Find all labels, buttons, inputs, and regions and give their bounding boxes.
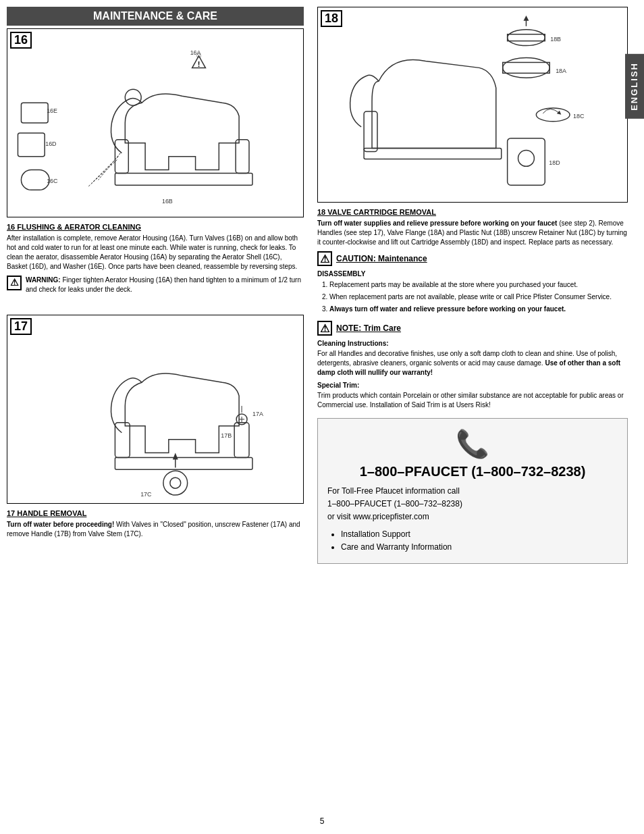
svg-point-28	[170, 477, 181, 488]
svg-text:18B: 18B	[550, 36, 561, 43]
svg-text:17C: 17C	[140, 491, 152, 498]
svg-rect-20	[115, 457, 252, 469]
left-column: MAINTENANCE & CARE 16	[7, 7, 304, 543]
section-16-title: 16 FLUSHING & AERATOR CLEANING	[7, 223, 304, 231]
figure-17-diagram: 17A 17B 17C	[7, 315, 303, 503]
phone-number: 1–800–PFAUCET (1–800–732–8238)	[327, 464, 618, 479]
note-block: ⚠ NOTE: Trim Care	[317, 321, 628, 336]
figure-16-diagram: ! 16A 16E 16D 16C 16B	[7, 29, 303, 217]
figure-18-box: 18 18B 18A 18C	[317, 7, 628, 203]
svg-point-6	[125, 89, 141, 105]
svg-point-27	[163, 471, 188, 495]
warning-icon: ⚠	[7, 276, 22, 290]
section-18-title: 18 VALVE CARTRIDGE REMOVAL	[317, 208, 628, 216]
svg-point-37	[503, 57, 550, 78]
svg-rect-5	[115, 173, 252, 185]
svg-line-0	[99, 153, 121, 180]
special-trim-text: Trim products which contain Porcelain or…	[317, 391, 628, 410]
svg-marker-36	[523, 16, 529, 21]
svg-text:17A: 17A	[252, 411, 263, 417]
disassembly-item-3: Always turn off water and relieve pressu…	[329, 304, 628, 314]
note-icon: ⚠	[317, 321, 332, 336]
svg-rect-45	[364, 111, 377, 152]
right-column: 18 18B 18A 18C	[317, 7, 628, 564]
svg-text:16B: 16B	[162, 198, 173, 205]
section-16-text: After installation is complete, remove A…	[7, 234, 304, 271]
figure-17-number: 17	[10, 318, 32, 335]
svg-rect-33	[508, 34, 545, 41]
phone-list-item-1: Installation Support	[341, 528, 618, 541]
section-18-text: Turn off water supplies and relieve pres…	[317, 219, 628, 247]
phone-list-item-2: Care and Warranty Information	[341, 541, 618, 554]
svg-text:16D: 16D	[45, 140, 57, 147]
svg-marker-31	[173, 453, 178, 460]
cleaning-subtitle: Cleaning Instructions:	[317, 340, 628, 347]
svg-rect-4	[236, 140, 249, 174]
maintenance-header: MAINTENANCE & CARE	[7, 7, 304, 26]
svg-text:18A: 18A	[556, 68, 566, 74]
svg-rect-38	[503, 62, 550, 73]
svg-text:18C: 18C	[573, 113, 585, 120]
disassembly-subtitle: DISASSEMBLY	[317, 270, 628, 278]
figure-18-number: 18	[321, 10, 342, 27]
figure-16-box: 16	[7, 28, 304, 217]
svg-rect-3	[115, 140, 128, 174]
section-17-title: 17 HANDLE REMOVAL	[7, 509, 304, 517]
warning-16-text: WARNING: Finger tighten Aerator Housing …	[26, 276, 304, 294]
figure-18-diagram: 18B 18A 18C 18D	[318, 7, 627, 202]
svg-rect-46	[364, 149, 502, 159]
cleaning-text: For all Handles and decorative finishes,…	[317, 349, 628, 377]
disassembly-item-1: Replacement parts may be available at th…	[329, 280, 628, 290]
svg-text:16C: 16C	[47, 178, 58, 184]
phone-icon: 📞	[327, 428, 618, 460]
phone-text: For Toll-Free Pfaucet information call 1…	[327, 485, 618, 554]
svg-text:16E: 16E	[47, 107, 57, 114]
svg-rect-13	[18, 133, 45, 157]
phone-list: Installation Support Care and Warranty I…	[327, 528, 618, 554]
svg-line-1	[92, 157, 119, 184]
svg-rect-15	[21, 170, 49, 190]
figure-16-number: 16	[10, 32, 32, 49]
special-trim-subtitle: Special Trim:	[317, 382, 628, 389]
caution-icon: ⚠	[317, 251, 332, 266]
disassembly-list: Replacement parts may be available at th…	[317, 280, 628, 314]
svg-rect-11	[21, 103, 48, 123]
svg-text:17B: 17B	[221, 432, 232, 439]
note-title: NOTE: Trim Care	[336, 323, 401, 333]
disassembly-item-2: When replacement parts are not available…	[329, 292, 628, 302]
svg-text:16A: 16A	[190, 49, 201, 56]
figure-17-box: 17 17A	[7, 315, 304, 504]
page-number: 5	[320, 816, 325, 826]
page: ENGLISH ENGLISH MAINTENANCE & CARE 16	[0, 0, 644, 834]
phone-box: 📞 1–800–PFAUCET (1–800–732–8238) For Tol…	[317, 418, 628, 564]
svg-point-40	[536, 108, 570, 122]
svg-rect-19	[234, 423, 249, 458]
caution-title: CAUTION: Maintenance	[336, 254, 427, 263]
svg-rect-42	[508, 138, 545, 186]
svg-point-43	[518, 151, 535, 167]
svg-line-2	[88, 160, 117, 187]
english-side-tab: ENGLISH	[625, 54, 644, 119]
caution-block: ⚠ CAUTION: Maintenance	[317, 251, 628, 266]
svg-text:!: !	[198, 60, 200, 68]
warning-16-block: ⚠ WARNING: Finger tighten Aerator Housin…	[7, 276, 304, 294]
svg-point-32	[508, 30, 545, 46]
section-17-text: Turn off water before proceeding! With V…	[7, 520, 304, 539]
svg-text:18D: 18D	[549, 159, 560, 166]
